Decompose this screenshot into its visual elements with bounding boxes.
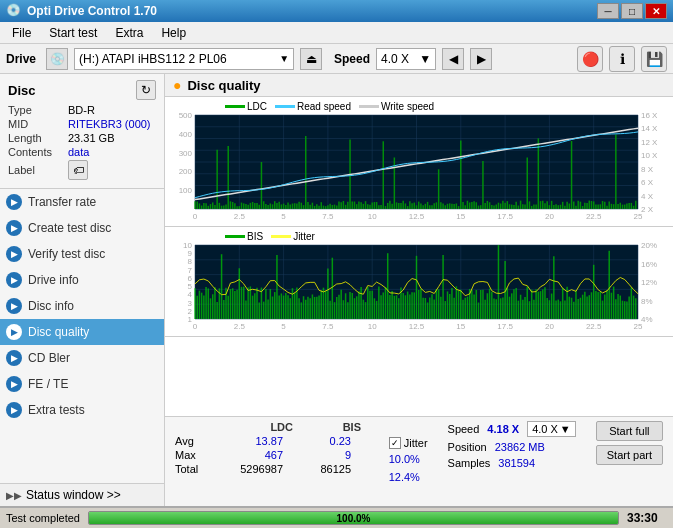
disc-mid-row: MID RITEKBR3 (000) xyxy=(8,118,156,130)
info-button[interactable]: ℹ xyxy=(609,46,635,72)
speed-back-button[interactable]: ◀ xyxy=(442,48,464,70)
speed-forward-button[interactable]: ▶ xyxy=(470,48,492,70)
stats-avg-row: Avg 13.87 0.23 xyxy=(175,435,369,447)
disc-quality-icon: ▶ xyxy=(6,324,22,340)
app-icon: 💿 xyxy=(6,3,22,19)
jitter-avg-row: 10.0% xyxy=(389,453,428,465)
ldc-legend-color xyxy=(225,105,245,108)
drive-icon-btn[interactable]: 💿 xyxy=(46,48,68,70)
samples-label: Samples xyxy=(448,457,491,469)
avg-ldc: 13.87 xyxy=(223,435,283,447)
menu-file[interactable]: File xyxy=(4,24,39,42)
start-part-button[interactable]: Start part xyxy=(596,445,663,465)
svg-text:4 X: 4 X xyxy=(641,192,654,201)
total-bis: 86125 xyxy=(291,463,351,475)
sidebar-item-verify-test-disc[interactable]: ▶ Verify test disc xyxy=(0,241,164,267)
total-label: Total xyxy=(175,463,215,475)
svg-text:0: 0 xyxy=(193,322,198,331)
sidebar-item-extra-tests[interactable]: ▶ Extra tests xyxy=(0,397,164,423)
sidebar-item-transfer-rate[interactable]: ▶ Transfer rate xyxy=(0,189,164,215)
stats-total-row: Total 5296987 86125 xyxy=(175,463,369,475)
speed-label: Speed xyxy=(334,52,370,66)
svg-text:25: 25 xyxy=(634,212,643,221)
fe-te-label: FE / TE xyxy=(28,377,68,391)
progress-text: 100.0% xyxy=(89,512,618,524)
svg-text:17.5: 17.5 xyxy=(497,212,513,221)
max-bis: 9 xyxy=(291,449,351,461)
svg-text:7.5: 7.5 xyxy=(322,212,334,221)
top-chart-wrapper: LDC Read speed Write speed 5004003002001… xyxy=(165,97,673,227)
stats-panel: LDC BIS Avg 13.87 0.23 Max 467 9 Total 5… xyxy=(165,416,673,506)
jitter-checkbox[interactable]: ✓ xyxy=(389,437,401,449)
sidebar-item-disc-quality[interactable]: ▶ Disc quality xyxy=(0,319,164,345)
svg-text:12.5: 12.5 xyxy=(409,212,425,221)
main-content: Disc ↻ Type BD-R MID RITEKBR3 (000) Leng… xyxy=(0,74,673,506)
disc-label-icon[interactable]: 🏷 xyxy=(68,160,88,180)
maximize-button[interactable]: □ xyxy=(621,3,643,19)
sidebar-item-fe-te[interactable]: ▶ FE / TE xyxy=(0,371,164,397)
eject-button[interactable]: ⏏ xyxy=(300,48,322,70)
menu-start-test[interactable]: Start test xyxy=(41,24,105,42)
jitter-legend-label: Jitter xyxy=(293,231,315,242)
cd-bler-icon: ▶ xyxy=(6,350,22,366)
svg-text:14 X: 14 X xyxy=(641,124,658,133)
jitter-legend-color xyxy=(271,235,291,238)
menu-help[interactable]: Help xyxy=(153,24,194,42)
save-button[interactable]: 💾 xyxy=(641,46,667,72)
fe-te-icon: ▶ xyxy=(6,376,22,392)
speed-dropdown[interactable]: 4.0 X ▼ xyxy=(527,421,576,437)
jitter-avg-value: 10.0% xyxy=(389,453,420,465)
svg-text:8 X: 8 X xyxy=(641,165,654,174)
start-full-button[interactable]: Start full xyxy=(596,421,663,441)
avg-label: Avg xyxy=(175,435,215,447)
speed-arrow-icon: ▼ xyxy=(419,52,431,66)
transfer-rate-label: Transfer rate xyxy=(28,195,96,209)
speed-stats-label: Speed xyxy=(448,423,480,435)
disc-refresh-button[interactable]: ↻ xyxy=(136,80,156,100)
jitter-checkbox-row: ✓ Jitter xyxy=(389,437,428,449)
samples-value: 381594 xyxy=(498,457,535,469)
stats-table: LDC BIS Avg 13.87 0.23 Max 467 9 Total 5… xyxy=(175,421,369,477)
drive-label: Drive xyxy=(6,52,36,66)
test-completed-label: Test completed xyxy=(6,512,80,524)
sidebar-item-cd-bler[interactable]: ▶ CD Bler xyxy=(0,345,164,371)
cd-bler-label: CD Bler xyxy=(28,351,70,365)
status-window-button[interactable]: ▶▶ Status window >> xyxy=(0,483,164,506)
status-arrow-icon: ▶▶ xyxy=(6,490,22,501)
app-title: Opti Drive Control 1.70 xyxy=(27,4,597,18)
speed-select[interactable]: 4.0 X ▼ xyxy=(376,48,436,70)
svg-text:20%: 20% xyxy=(641,241,657,250)
bis-legend-color xyxy=(225,235,245,238)
svg-text:17.5: 17.5 xyxy=(497,322,513,331)
svg-text:100: 100 xyxy=(179,186,193,195)
window-controls: ─ □ ✕ xyxy=(597,3,667,19)
sidebar-item-drive-info[interactable]: ▶ Drive info xyxy=(0,267,164,293)
svg-text:22.5: 22.5 xyxy=(586,212,602,221)
svg-text:10: 10 xyxy=(368,322,377,331)
menu-extra[interactable]: Extra xyxy=(107,24,151,42)
svg-text:20: 20 xyxy=(545,212,554,221)
svg-text:6 X: 6 X xyxy=(641,178,654,187)
svg-text:10: 10 xyxy=(368,212,377,221)
drive-select[interactable]: (H:) ATAPI iHBS112 2 PL06 ▼ xyxy=(74,48,294,70)
extra-tests-icon: ▶ xyxy=(6,402,22,418)
drive-select-arrow: ▼ xyxy=(279,53,289,64)
svg-text:12.5: 12.5 xyxy=(409,322,425,331)
minimize-button[interactable]: ─ xyxy=(597,3,619,19)
stats-header-row: LDC BIS xyxy=(175,421,369,433)
sidebar-item-disc-info[interactable]: ▶ Disc info xyxy=(0,293,164,319)
stats-max-row: Max 467 9 xyxy=(175,449,369,461)
create-test-disc-label: Create test disc xyxy=(28,221,111,235)
drive-bar: Drive 💿 (H:) ATAPI iHBS112 2 PL06 ▼ ⏏ Sp… xyxy=(0,44,673,74)
close-button[interactable]: ✕ xyxy=(645,3,667,19)
svg-text:200: 200 xyxy=(179,167,193,176)
disc-read-button[interactable]: 🔴 xyxy=(577,46,603,72)
speed-stats-value: 4.18 X xyxy=(487,423,519,435)
sidebar-item-create-test-disc[interactable]: ▶ Create test disc xyxy=(0,215,164,241)
disc-contents-value: data xyxy=(68,146,89,158)
disc-info-label: Disc info xyxy=(28,299,74,313)
charts-container: LDC Read speed Write speed 5004003002001… xyxy=(165,97,673,416)
speed-stats-row: Speed 4.18 X 4.0 X ▼ xyxy=(448,421,576,437)
position-label: Position xyxy=(448,441,487,453)
svg-text:15: 15 xyxy=(456,212,465,221)
